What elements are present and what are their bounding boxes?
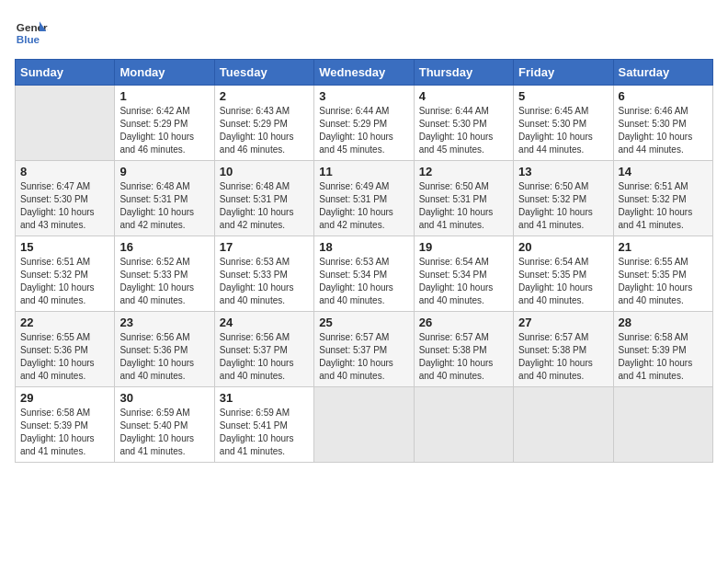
day-info: Sunrise: 6:45 AM Sunset: 5:30 PM Dayligh… [518, 105, 608, 156]
calendar-week-row: 15Sunrise: 6:51 AM Sunset: 5:32 PM Dayli… [16, 236, 713, 312]
day-info: Sunrise: 6:59 AM Sunset: 5:40 PM Dayligh… [119, 407, 209, 458]
day-number: 26 [419, 316, 508, 329]
calendar-week-row: 29Sunrise: 6:58 AM Sunset: 5:39 PM Dayli… [16, 387, 713, 463]
day-number: 13 [518, 165, 608, 178]
day-number: 17 [220, 240, 309, 254]
calendar-cell: 16Sunrise: 6:52 AM Sunset: 5:33 PM Dayli… [115, 236, 214, 312]
calendar-table: SundayMondayTuesdayWednesdayThursdayFrid… [15, 59, 713, 463]
calendar-cell: 25Sunrise: 6:57 AM Sunset: 5:37 PM Dayli… [314, 312, 414, 387]
header-sunday: Sunday [16, 60, 115, 86]
calendar-cell: 20Sunrise: 6:54 AM Sunset: 5:35 PM Dayli… [514, 236, 613, 312]
day-number: 20 [518, 240, 608, 254]
calendar-cell [16, 86, 115, 161]
day-info: Sunrise: 6:57 AM Sunset: 5:38 PM Dayligh… [419, 331, 508, 383]
calendar-cell: 11Sunrise: 6:49 AM Sunset: 5:31 PM Dayli… [314, 161, 414, 236]
calendar-cell [613, 387, 712, 463]
day-number: 18 [319, 240, 408, 254]
day-info: Sunrise: 6:50 AM Sunset: 5:32 PM Dayligh… [518, 180, 608, 232]
day-number: 3 [319, 89, 408, 103]
calendar-cell: 31Sunrise: 6:59 AM Sunset: 5:41 PM Dayli… [214, 387, 313, 463]
calendar-cell: 2Sunrise: 6:43 AM Sunset: 5:29 PM Daylig… [214, 86, 313, 161]
day-info: Sunrise: 6:44 AM Sunset: 5:30 PM Dayligh… [419, 105, 508, 156]
header-thursday: Thursday [414, 60, 513, 86]
calendar-cell: 6Sunrise: 6:46 AM Sunset: 5:30 PM Daylig… [613, 86, 712, 161]
day-number: 2 [220, 89, 309, 103]
day-number: 8 [20, 165, 109, 178]
day-info: Sunrise: 6:54 AM Sunset: 5:35 PM Dayligh… [518, 256, 608, 307]
header-saturday: Saturday [613, 60, 712, 86]
page-header: General Blue [15, 15, 713, 48]
logo-icon: General Blue [15, 15, 48, 48]
day-info: Sunrise: 6:55 AM Sunset: 5:36 PM Dayligh… [20, 331, 109, 383]
calendar-cell: 24Sunrise: 6:56 AM Sunset: 5:37 PM Dayli… [214, 312, 313, 387]
day-info: Sunrise: 6:47 AM Sunset: 5:30 PM Dayligh… [20, 180, 109, 232]
day-info: Sunrise: 6:53 AM Sunset: 5:33 PM Dayligh… [220, 256, 309, 307]
calendar-header-row: SundayMondayTuesdayWednesdayThursdayFrid… [16, 60, 713, 86]
day-number: 16 [119, 240, 209, 254]
day-info: Sunrise: 6:51 AM Sunset: 5:32 PM Dayligh… [20, 256, 109, 307]
day-number: 25 [319, 316, 408, 329]
svg-text:Blue: Blue [17, 33, 40, 45]
day-number: 14 [619, 165, 708, 178]
day-info: Sunrise: 6:51 AM Sunset: 5:32 PM Dayligh… [619, 180, 708, 232]
day-info: Sunrise: 6:56 AM Sunset: 5:36 PM Dayligh… [119, 331, 209, 383]
calendar-cell: 14Sunrise: 6:51 AM Sunset: 5:32 PM Dayli… [613, 161, 712, 236]
day-number: 19 [419, 240, 508, 254]
day-number: 31 [220, 391, 309, 405]
day-info: Sunrise: 6:48 AM Sunset: 5:31 PM Dayligh… [119, 180, 209, 232]
day-number: 4 [419, 89, 508, 103]
day-number: 5 [518, 89, 608, 103]
calendar-cell [314, 387, 414, 463]
day-number: 1 [119, 89, 209, 103]
calendar-cell: 4Sunrise: 6:44 AM Sunset: 5:30 PM Daylig… [414, 86, 513, 161]
day-info: Sunrise: 6:57 AM Sunset: 5:37 PM Dayligh… [319, 331, 408, 383]
day-info: Sunrise: 6:53 AM Sunset: 5:34 PM Dayligh… [319, 256, 408, 307]
day-number: 23 [119, 316, 209, 329]
calendar-cell: 3Sunrise: 6:44 AM Sunset: 5:29 PM Daylig… [314, 86, 414, 161]
day-number: 6 [619, 89, 708, 103]
calendar-cell: 15Sunrise: 6:51 AM Sunset: 5:32 PM Dayli… [16, 236, 115, 312]
calendar-cell: 30Sunrise: 6:59 AM Sunset: 5:40 PM Dayli… [115, 387, 214, 463]
day-info: Sunrise: 6:54 AM Sunset: 5:34 PM Dayligh… [419, 256, 508, 307]
calendar-cell [414, 387, 513, 463]
day-info: Sunrise: 6:56 AM Sunset: 5:37 PM Dayligh… [220, 331, 309, 383]
calendar-cell: 27Sunrise: 6:57 AM Sunset: 5:38 PM Dayli… [514, 312, 613, 387]
calendar-cell: 19Sunrise: 6:54 AM Sunset: 5:34 PM Dayli… [414, 236, 513, 312]
calendar-cell: 13Sunrise: 6:50 AM Sunset: 5:32 PM Dayli… [514, 161, 613, 236]
day-number: 21 [619, 240, 708, 254]
day-info: Sunrise: 6:52 AM Sunset: 5:33 PM Dayligh… [119, 256, 209, 307]
calendar-cell: 17Sunrise: 6:53 AM Sunset: 5:33 PM Dayli… [214, 236, 313, 312]
calendar-cell: 1Sunrise: 6:42 AM Sunset: 5:29 PM Daylig… [115, 86, 214, 161]
header-wednesday: Wednesday [314, 60, 414, 86]
header-friday: Friday [514, 60, 613, 86]
header-monday: Monday [115, 60, 214, 86]
calendar-cell: 5Sunrise: 6:45 AM Sunset: 5:30 PM Daylig… [514, 86, 613, 161]
day-info: Sunrise: 6:58 AM Sunset: 5:39 PM Dayligh… [619, 331, 708, 383]
calendar-cell [514, 387, 613, 463]
day-number: 27 [518, 316, 608, 329]
day-number: 15 [20, 240, 109, 254]
day-info: Sunrise: 6:59 AM Sunset: 5:41 PM Dayligh… [220, 407, 309, 458]
calendar-cell: 22Sunrise: 6:55 AM Sunset: 5:36 PM Dayli… [16, 312, 115, 387]
day-info: Sunrise: 6:42 AM Sunset: 5:29 PM Dayligh… [119, 105, 209, 156]
day-info: Sunrise: 6:57 AM Sunset: 5:38 PM Dayligh… [518, 331, 608, 383]
calendar-week-row: 1Sunrise: 6:42 AM Sunset: 5:29 PM Daylig… [16, 86, 713, 161]
day-info: Sunrise: 6:49 AM Sunset: 5:31 PM Dayligh… [319, 180, 408, 232]
day-number: 10 [220, 165, 309, 178]
day-number: 24 [220, 316, 309, 329]
day-number: 29 [20, 391, 109, 405]
day-number: 9 [119, 165, 209, 178]
day-number: 28 [619, 316, 708, 329]
calendar-cell: 9Sunrise: 6:48 AM Sunset: 5:31 PM Daylig… [115, 161, 214, 236]
calendar-week-row: 22Sunrise: 6:55 AM Sunset: 5:36 PM Dayli… [16, 312, 713, 387]
day-info: Sunrise: 6:43 AM Sunset: 5:29 PM Dayligh… [220, 105, 309, 156]
day-info: Sunrise: 6:44 AM Sunset: 5:29 PM Dayligh… [319, 105, 408, 156]
day-number: 22 [20, 316, 109, 329]
calendar-week-row: 8Sunrise: 6:47 AM Sunset: 5:30 PM Daylig… [16, 161, 713, 236]
day-number: 12 [419, 165, 508, 178]
calendar-cell: 10Sunrise: 6:48 AM Sunset: 5:31 PM Dayli… [214, 161, 313, 236]
day-number: 30 [119, 391, 209, 405]
logo: General Blue [15, 15, 48, 48]
day-info: Sunrise: 6:48 AM Sunset: 5:31 PM Dayligh… [220, 180, 309, 232]
day-number: 11 [319, 165, 408, 178]
